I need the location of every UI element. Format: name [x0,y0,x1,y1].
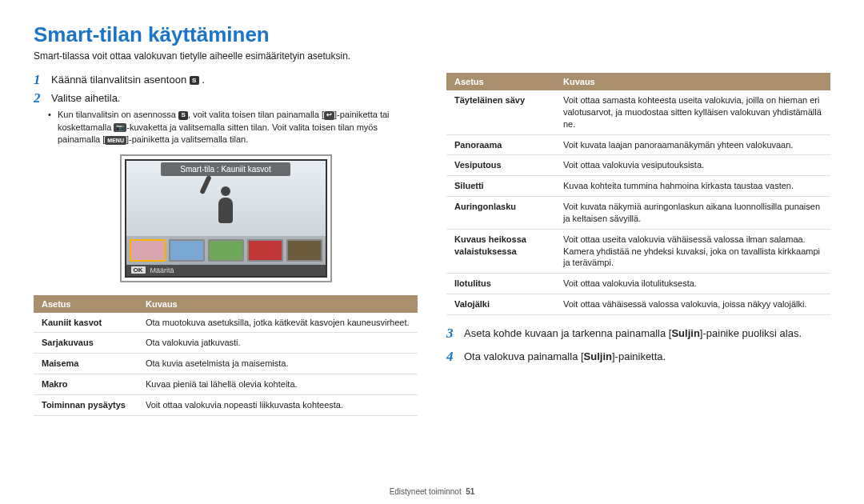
table-row: Täyteläinen sävyVoit ottaa samasta kohte… [446,90,830,134]
table-row: ValojälkiVoit ottaa vähäisessä valossa v… [446,294,830,315]
page-title: Smart-tilan käyttäminen [34,22,830,47]
step-2-bullet: Kun tilanvalitsin on asennossa S, voit v… [58,109,418,146]
table-row: AuringonlaskuVoit kuvata näkymiä auringo… [446,197,830,230]
table-row: SarjakuvausOta valokuvia jatkuvasti. [34,333,418,354]
mode-s-icon: S [190,76,199,85]
camera-preview-screenshot: Smart-tila : Kauniit kasvot [120,154,332,282]
preview-mode-label: Smart-tila : Kauniit kasvot [161,162,290,176]
mode-thumbnail-strip [126,236,326,265]
table-row: IlotulitusVoit ottaa valokuvia ilotulitu… [446,274,830,294]
preview-footer-label: Määritä [150,266,174,274]
table-row: VesiputousVoit ottaa valokuvia vesiputou… [446,155,830,176]
menu-icon: MENU [105,136,126,145]
mode-thumb [130,239,166,262]
table-row: Kuvaus heikossa valaistuksessaVoit ottaa… [446,229,830,274]
step-number-1: 1 [34,73,45,88]
mode-thumb [247,239,283,262]
col-setting: Asetus [34,295,138,313]
subtitle: Smart-tilassa voit ottaa valokuvan tiety… [34,50,830,62]
settings-table-left: Asetus Kuvaus Kauniit kasvotOta muotokuv… [34,295,418,416]
step-1-text: Käännä tilanvalitsin asentoon S . [51,74,205,86]
settings-table-right: Asetus Kuvaus Täyteläinen sävyVoit ottaa… [446,73,830,315]
step-number-3: 3 [446,326,458,342]
camera-icon: 📷 [114,123,126,132]
table-row: SiluettiKuvaa kohteita tummina hahmoina … [446,176,830,197]
mode-thumb [286,239,322,262]
mode-s-icon: S [178,111,188,120]
col-description: Kuvaus [138,295,418,313]
step-number-2: 2 [34,91,45,106]
table-row: Kauniit kasvotOta muotokuva asetuksilla,… [34,313,418,333]
table-row: PanoraamaVoit kuvata laajan panoraamanäk… [446,134,830,155]
step-4-text: Ota valokuva painamalla [Suljin]-painike… [464,350,666,362]
return-icon: ↩ [324,111,334,120]
ok-button-icon: OK [131,266,146,274]
subject-silhouette [210,186,242,236]
col-setting: Asetus [446,73,555,90]
page-footer: Edistyneet toiminnot 51 [0,487,864,496]
table-row: Toiminnan pysäytysVoit ottaa valokuvia n… [34,394,418,415]
col-description: Kuvaus [555,73,830,90]
step-3-text: Aseta kohde kuvaan ja tarkenna painamall… [464,327,802,339]
mode-thumb [169,239,205,262]
step-2-text: Valitse aihetila. [51,92,120,104]
mode-thumb [208,239,244,262]
step-number-4: 4 [446,350,458,365]
table-row: MakroKuvaa pieniä tai lähellä olevia koh… [34,374,418,395]
table-row: MaisemaOta kuvia asetelmista ja maisemis… [34,354,418,374]
